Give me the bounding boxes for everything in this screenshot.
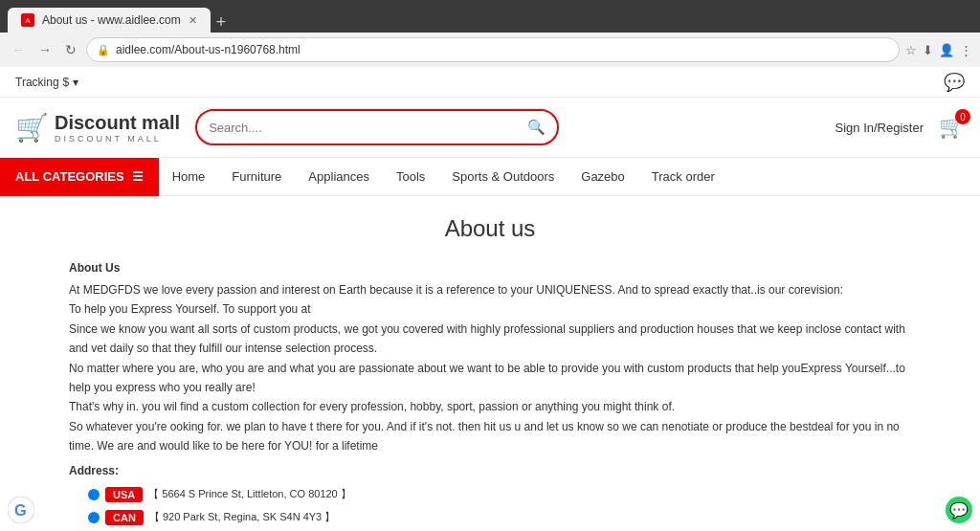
nav-link-appliances[interactable]: Appliances [295,158,383,196]
address-tag[interactable]: USA [105,487,143,502]
logo-main-text: Discount mall [55,112,180,134]
all-categories-label: ALL CATEGORIES [15,169,124,184]
bottom-bar: 💬 [946,497,972,523]
header-actions: Sign In/Register 🛒 0 [835,115,966,140]
nav-link-furniture[interactable]: Furniture [218,158,295,196]
logo-area[interactable]: 🛒 Discount mall DISCOUNT MALL [15,112,180,144]
browser-actions: ☆ ⬇ 👤 ⋮ [905,43,972,57]
whatsapp-float-btn[interactable]: 💬 [946,497,972,523]
reload-button[interactable]: ↻ [61,40,80,59]
search-bar[interactable]: 🔍 [195,109,559,145]
utility-bar: Tracking $ ▾ 💬 [0,67,980,98]
svg-text:G: G [14,501,27,519]
download-btn[interactable]: ⬇ [923,43,933,57]
google-icon[interactable]: G [8,497,34,523]
list-item: CAN 【 920 Park St, Regina, SK S4N 4Y3 】 [88,510,911,525]
all-categories-button[interactable]: ALL CATEGORIES ☰ [0,158,159,196]
nav-link-gazebo[interactable]: Gazebo [568,158,638,196]
bookmark-btn[interactable]: ☆ [905,43,917,57]
cart-badge: 0 [955,109,970,124]
menu-btn[interactable]: ⋮ [960,43,972,57]
logo-sub-text: DISCOUNT MALL [55,134,180,144]
forward-button[interactable]: → [34,40,56,59]
address-dot [88,512,100,523]
whatsapp-icon[interactable]: 💬 [944,72,965,93]
nav-link-track-order[interactable]: Track order [638,158,728,196]
header: 🛒 Discount mall DISCOUNT MALL 🔍 Sign In/… [0,98,980,158]
sign-in-link[interactable]: Sign In/Register [835,121,924,135]
search-button[interactable]: 🔍 [527,119,546,136]
page-title: About us [69,215,911,242]
nav-link-sports[interactable]: Sports & Outdoors [438,158,568,196]
logo-text: Discount mall DISCOUNT MALL [55,112,180,144]
address-detail: 【 920 Park St, Regina, SK S4N 4Y3 】 [149,510,335,524]
tracking-area[interactable]: Tracking $ ▾ [15,76,78,89]
nav-link-tools[interactable]: Tools [383,158,438,196]
active-tab[interactable]: A About us - www.aidlee.com ✕ [8,8,211,33]
tab-favicon: A [21,13,34,27]
nav-links: Home Furniture Appliances Tools Sports &… [159,158,728,196]
cart-area[interactable]: 🛒 0 [939,115,965,140]
hamburger-icon: ☰ [132,169,144,184]
page-content: About us About Us At MEDGFDS we love eve… [31,196,949,531]
back-button[interactable]: ← [8,40,29,59]
profile-btn[interactable]: 👤 [939,43,954,57]
address-detail: 【 5664 S Prince St, Littleton, CO 80120 … [148,487,351,501]
url-text: aidlee.com/About-us-n1960768.html [116,43,301,56]
address-bar[interactable]: 🔒 aidlee.com/About-us-n1960768.html [86,37,900,62]
nav-link-home[interactable]: Home [159,158,219,196]
address-list: USA 【 5664 S Prince St, Littleton, CO 80… [88,487,911,531]
logo-icon: 🛒 [15,112,49,144]
list-item: USA 【 5664 S Prince St, Littleton, CO 80… [88,487,911,502]
tracking-label: Tracking [15,76,59,89]
nav-bar: ALL CATEGORIES ☰ Home Furniture Applianc… [0,158,980,196]
address-bar-row: ← → ↻ 🔒 aidlee.com/About-us-n1960768.htm… [0,33,980,67]
about-us-label: About Us [69,261,911,275]
currency-label: $ [63,76,70,89]
browser-tab-bar: A About us - www.aidlee.com ✕ + [0,0,980,33]
lock-icon: 🔒 [97,44,110,56]
currency-dropdown-icon[interactable]: ▾ [73,76,78,89]
address-dot [88,489,100,500]
new-tab-button[interactable]: + [211,12,233,33]
tab-close-btn[interactable]: ✕ [189,14,197,27]
tab-title: About us - www.aidlee.com [42,13,181,27]
address-label: Address: [69,464,911,477]
search-input[interactable] [209,121,520,135]
address-tag[interactable]: CAN [105,510,144,525]
about-body-text: At MEDGFDS we love every passion and int… [69,280,911,456]
